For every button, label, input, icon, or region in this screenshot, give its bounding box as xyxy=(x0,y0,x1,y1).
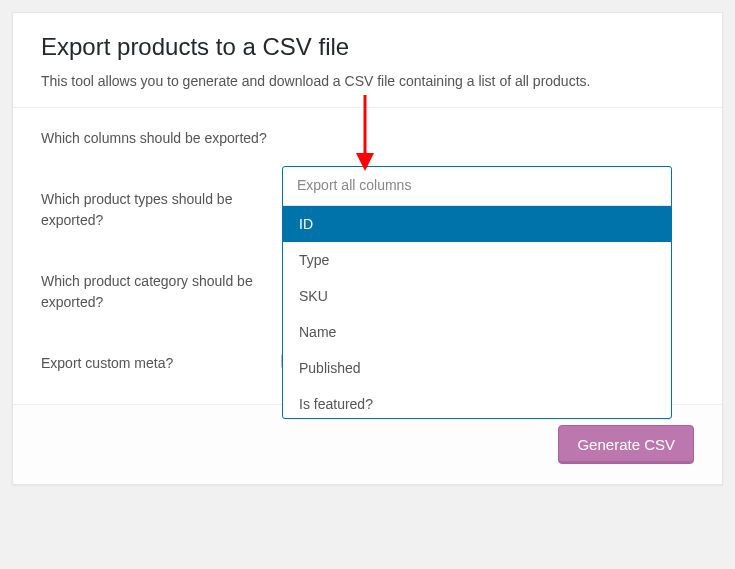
dropdown-placeholder: Export all columns xyxy=(297,177,411,193)
export-panel: Export products to a CSV file This tool … xyxy=(12,12,723,485)
label-meta: Export custom meta? xyxy=(41,353,281,374)
generate-csv-button[interactable]: Generate CSV xyxy=(558,425,694,464)
dropdown-option[interactable]: ID xyxy=(283,206,671,242)
page-title: Export products to a CSV file xyxy=(41,33,694,61)
dropdown-option-list: IDTypeSKUNamePublishedIs featured? xyxy=(283,205,671,418)
page-description: This tool allows you to generate and dow… xyxy=(41,73,694,89)
panel-header: Export products to a CSV file This tool … xyxy=(13,13,722,107)
dropdown-option[interactable]: Is featured? xyxy=(283,386,671,418)
dropdown-option[interactable]: Published xyxy=(283,350,671,386)
row-columns: Which columns should be exported? xyxy=(41,108,694,169)
dropdown-option[interactable]: Type xyxy=(283,242,671,278)
label-columns: Which columns should be exported? xyxy=(41,128,281,149)
label-category: Which product category should be exporte… xyxy=(41,271,281,313)
columns-dropdown[interactable]: Export all columns IDTypeSKUNamePublishe… xyxy=(282,166,672,419)
dropdown-option[interactable]: SKU xyxy=(283,278,671,314)
dropdown-search-wrap[interactable]: Export all columns xyxy=(283,167,671,205)
label-types: Which product types should be exported? xyxy=(41,189,281,231)
dropdown-option[interactable]: Name xyxy=(283,314,671,350)
